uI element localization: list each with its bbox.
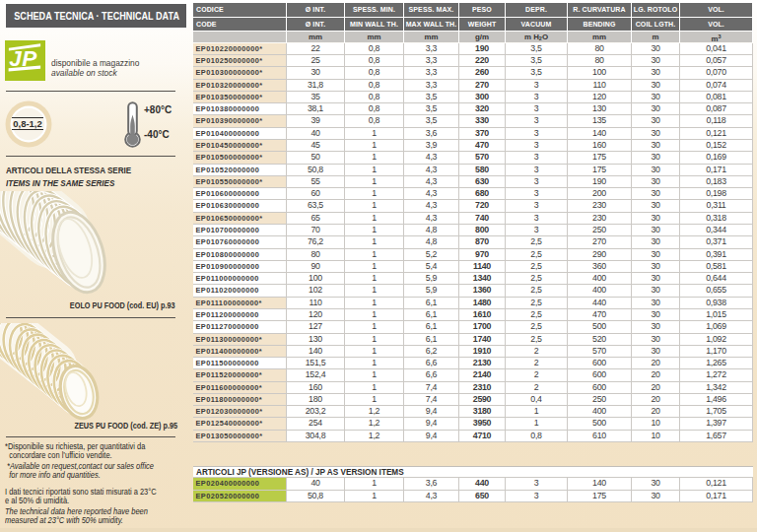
svg-text:JP: JP [9,46,37,71]
